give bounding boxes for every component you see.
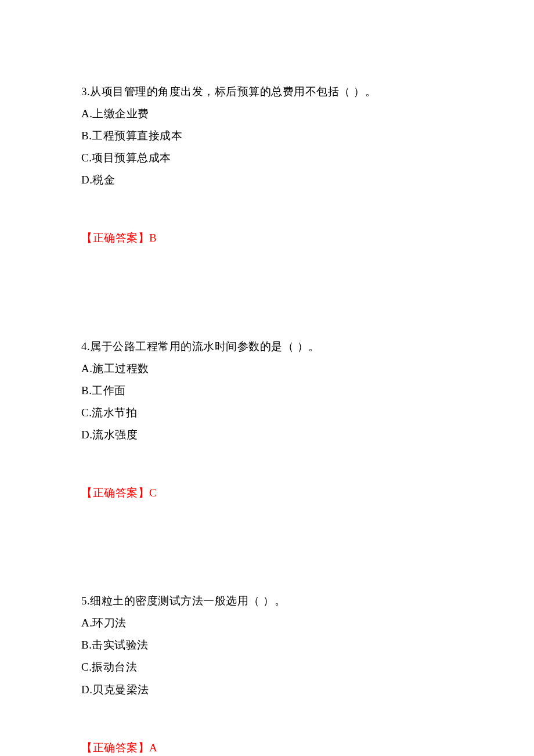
option-b: B.击实试验法 [81, 635, 453, 656]
option-c: C.项目预算总成本 [81, 147, 453, 168]
option-c: C.振动台法 [81, 657, 453, 678]
answer-value: A [149, 741, 157, 754]
question-prompt: 4.属于公路工程常用的流水时间参数的是（ ）。 [81, 336, 453, 357]
option-b: B.工程预算直接成本 [81, 125, 453, 146]
option-a: A.环刀法 [81, 613, 453, 633]
answer-label: 【正确答案】 [81, 741, 149, 754]
answer-line: 【正确答案】A [81, 737, 453, 756]
option-a: A.上缴企业费 [81, 103, 453, 124]
answer-line: 【正确答案】B [81, 228, 453, 249]
option-a: A.施工过程数 [81, 358, 453, 379]
answer-label: 【正确答案】 [81, 232, 149, 244]
answer-line: 【正确答案】C [81, 483, 453, 503]
answer-value: B [149, 232, 157, 244]
option-c: C.流水节拍 [81, 402, 453, 423]
question-prompt: 3.从项目管理的角度出发，标后预算的总费用不包括（ ）。 [81, 81, 453, 102]
question-block-4: 4.属于公路工程常用的流水时间参数的是（ ）。 A.施工过程数 B.工作面 C.… [81, 336, 453, 504]
option-d: D.流水强度 [81, 424, 453, 445]
answer-value: C [149, 487, 157, 499]
question-block-5: 5.细粒土的密度测试方法一般选用（ ）。 A.环刀法 B.击实试验法 C.振动台… [81, 591, 453, 756]
question-prompt: 5.细粒土的密度测试方法一般选用（ ）。 [81, 591, 453, 611]
answer-label: 【正确答案】 [81, 487, 149, 499]
question-block-3: 3.从项目管理的角度出发，标后预算的总费用不包括（ ）。 A.上缴企业费 B.工… [81, 81, 453, 249]
option-d: D.贝克曼梁法 [81, 679, 453, 700]
page-container: 3.从项目管理的角度出发，标后预算的总费用不包括（ ）。 A.上缴企业费 B.工… [0, 0, 534, 756]
option-d: D.税金 [81, 170, 453, 190]
option-b: B.工作面 [81, 380, 453, 401]
